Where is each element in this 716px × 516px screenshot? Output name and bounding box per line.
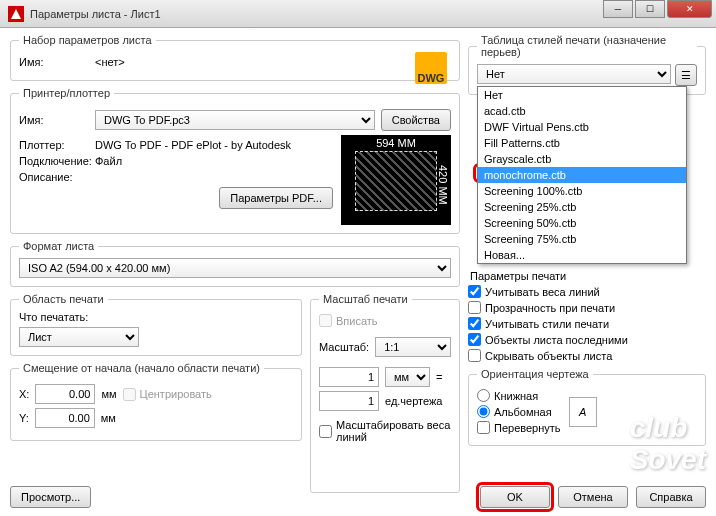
x-label: X: xyxy=(19,388,29,400)
print-options-label: Параметры печати xyxy=(470,270,706,282)
x-input[interactable] xyxy=(35,384,95,404)
help-button[interactable]: Справка xyxy=(636,486,706,508)
plot-area-select[interactable]: Лист xyxy=(19,327,139,347)
where-value: Файл xyxy=(95,155,122,167)
opt-trans-checkbox[interactable] xyxy=(468,301,481,314)
scale-num1[interactable] xyxy=(319,367,379,387)
upside-checkbox[interactable] xyxy=(477,421,490,434)
pageset-name-value: <нет> xyxy=(95,56,125,68)
cancel-button[interactable]: Отмена xyxy=(558,486,628,508)
properties-button[interactable]: Свойства xyxy=(381,109,451,131)
style-option[interactable]: monochrome.ctb xyxy=(478,167,686,183)
style-option[interactable]: DWF Virtual Pens.ctb xyxy=(478,119,686,135)
paper-legend: Формат листа xyxy=(19,240,98,252)
paper-preview: 594 MM 420 MM xyxy=(341,135,451,225)
minimize-button[interactable]: ─ xyxy=(603,0,633,18)
printer-legend: Принтер/плоттер xyxy=(19,87,114,99)
style-option[interactable]: Screening 75%.ctb xyxy=(478,231,686,247)
scale-unit2: ед.чертежа xyxy=(385,395,442,407)
desc-label: Описание: xyxy=(19,171,89,183)
maximize-button[interactable]: ☐ xyxy=(635,0,665,18)
paper-size-select[interactable]: ISO A2 (594.00 x 420.00 мм) xyxy=(19,258,451,278)
x-unit: мм xyxy=(101,388,116,400)
y-label: Y: xyxy=(19,412,29,424)
area-legend: Область печати xyxy=(19,293,108,305)
edit-style-button[interactable]: ☰ xyxy=(675,64,697,86)
plotter-label: Плоттер: xyxy=(19,139,89,151)
plotter-value: DWG To PDF - PDF ePlot - by Autodesk xyxy=(95,139,291,151)
portrait-radio[interactable] xyxy=(477,389,490,402)
where-label: Подключение: xyxy=(19,155,89,167)
opt-styles-checkbox[interactable] xyxy=(468,317,481,330)
style-option[interactable]: Fill Patterns.ctb xyxy=(478,135,686,151)
styles-legend: Таблица стилей печати (назначение перьев… xyxy=(477,34,697,58)
y-input[interactable] xyxy=(35,408,95,428)
offset-legend: Смещение от начала (начало области печат… xyxy=(19,362,264,374)
opt-hide-checkbox[interactable] xyxy=(468,349,481,362)
scale-label: Масштаб: xyxy=(319,341,369,353)
opt-last-checkbox[interactable] xyxy=(468,333,481,346)
scale-lw-checkbox[interactable] xyxy=(319,425,332,438)
style-option[interactable]: acad.ctb xyxy=(478,103,686,119)
fit-checkbox xyxy=(319,314,332,327)
ok-button[interactable]: OK xyxy=(480,486,550,508)
scale-num2[interactable] xyxy=(319,391,379,411)
dwg-icon: DWG xyxy=(415,52,447,84)
app-icon xyxy=(8,6,24,22)
plot-style-select[interactable]: Нет xyxy=(477,64,671,84)
close-button[interactable]: ✕ xyxy=(667,0,712,18)
pageset-name-label: Имя: xyxy=(19,56,89,68)
y-unit: мм xyxy=(101,412,116,424)
center-checkbox xyxy=(123,388,136,401)
preview-button[interactable]: Просмотр... xyxy=(10,486,91,508)
scale-select[interactable]: 1:1 xyxy=(375,337,451,357)
printer-select[interactable]: DWG To PDF.pc3 xyxy=(95,110,375,130)
what-label: Что печатать: xyxy=(19,311,293,323)
scale-unit1[interactable]: мм xyxy=(385,367,430,387)
style-option[interactable]: Screening 25%.ctb xyxy=(478,199,686,215)
printer-name-label: Имя: xyxy=(19,114,89,126)
style-option[interactable]: Нет xyxy=(478,87,686,103)
orientation-icon: A xyxy=(569,397,597,427)
style-option[interactable]: Grayscale.ctb xyxy=(478,151,686,167)
opt-lw-checkbox[interactable] xyxy=(468,285,481,298)
pdf-options-button[interactable]: Параметры PDF... xyxy=(219,187,333,209)
plot-style-dropdown[interactable]: Нетacad.ctbDWF Virtual Pens.ctbFill Patt… xyxy=(477,86,687,264)
landscape-radio[interactable] xyxy=(477,405,490,418)
style-option[interactable]: Screening 50%.ctb xyxy=(478,215,686,231)
scale-legend: Масштаб печати xyxy=(319,293,412,305)
pageset-legend: Набор параметров листа xyxy=(19,34,156,46)
style-option[interactable]: Новая... xyxy=(478,247,686,263)
style-option[interactable]: Screening 100%.ctb xyxy=(478,183,686,199)
orient-legend: Ориентация чертежа xyxy=(477,368,593,380)
